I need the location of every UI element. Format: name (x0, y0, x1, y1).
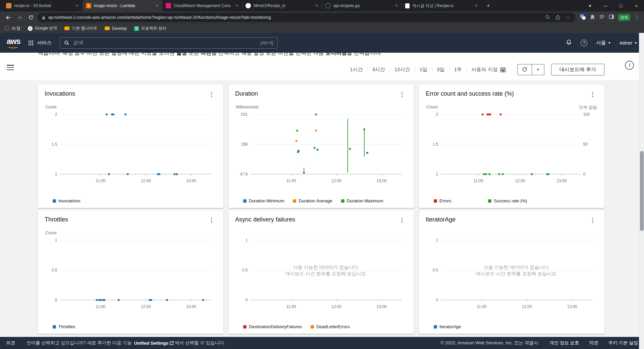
chart-legend: DestinationDeliveryFailuresDeadLetterErr… (235, 324, 407, 329)
browser-tab[interactable]: λimage-resize - Lambda× (83, 0, 162, 11)
legend-item[interactable]: Duration Minimum (243, 198, 284, 203)
svg-text:13:00: 13:00 (186, 304, 196, 309)
browser-menu-icon[interactable]: ⋮ (634, 14, 639, 20)
refresh-icon[interactable] (26, 13, 36, 22)
translate-icon[interactable]: G (580, 14, 586, 21)
tab-close-icon[interactable]: × (154, 3, 160, 8)
tab-close-icon[interactable]: × (474, 3, 479, 8)
unified-settings-link[interactable]: Unified Settings (134, 341, 169, 346)
notice-segment: 또는 (187, 53, 201, 56)
legend-item[interactable]: Success rate (%) (488, 198, 527, 203)
maximize-button[interactable]: □ (613, 0, 629, 11)
github-favicon (246, 3, 251, 8)
account-menu[interactable]: mirrer ▼ (620, 40, 637, 46)
time-range-button[interactable]: 12시간 (390, 66, 415, 73)
svg-text:100: 100 (583, 112, 590, 117)
chart-plot: 10.5011:0012:0013:00사용 가능한 데이터가 없습니다.대시보… (235, 237, 407, 310)
aws-logo[interactable]: aws (7, 37, 20, 49)
chart-plot: 21.5110050011:0012:0013:00 (426, 111, 598, 184)
custom-range-button[interactable]: 사용자 지정 (467, 66, 511, 73)
time-range-button[interactable]: 3일 (432, 66, 449, 73)
info-icon[interactable]: i (625, 61, 634, 70)
browser-tab[interactable]: recipe-io - S3 bucket× (3, 0, 83, 11)
share-icon[interactable] (554, 15, 561, 20)
minimize-button[interactable]: — (598, 0, 613, 11)
notice-segment: 택합니다. 특정 함수 버전 또는 별칭에 대한 지표를 보려면 (38, 53, 176, 56)
v-icon: V (134, 26, 139, 31)
footer-link[interactable]: 약관 (589, 340, 598, 346)
browser-tab[interactable]: CloudWatch Management Cons× (162, 0, 242, 11)
bookmark-item[interactable]: Develop (105, 26, 127, 31)
profile-badge[interactable]: 번역 (618, 14, 630, 21)
tab-close-icon[interactable]: × (314, 3, 319, 8)
side-panel-icon[interactable] (609, 14, 614, 21)
new-tab-button[interactable]: + (484, 1, 493, 10)
svg-text:11:00: 11:00 (286, 179, 296, 183)
footer-link[interactable]: 개인 정보 보호 (549, 340, 579, 346)
kebab-menu-icon[interactable]: ⋮ (206, 90, 217, 99)
services-menu[interactable]: 서비스 (28, 40, 52, 46)
notice-segment: 버전 (201, 53, 211, 56)
bookmark-item[interactable]: 기본 웹사이트 (64, 26, 97, 31)
legend-item[interactable]: Throttles (53, 324, 75, 329)
kebab-menu-icon[interactable]: ⋮ (397, 90, 407, 99)
kebab-menu-icon[interactable]: ⋮ (397, 216, 407, 225)
bookmark-label: 새 탭 (11, 26, 20, 31)
svg-text:12:00: 12:00 (515, 179, 525, 183)
y-axis-unit-label: Milliseconds (236, 105, 259, 110)
legend-item[interactable]: DeadLetterErrors (311, 324, 350, 329)
kebab-menu-icon[interactable]: ⋮ (587, 216, 598, 225)
legend-label: Duration Minimum (249, 198, 284, 203)
footer: 의견 언어를 선택하고 싶으십니까? 새로 추가된 다음 기능 Unified … (0, 337, 644, 349)
extensions-puzzle-icon[interactable] (590, 14, 595, 21)
legend-item[interactable]: Duration Maximum (341, 198, 383, 203)
tab-search-caret-icon[interactable]: ▾ (582, 0, 598, 11)
svg-text:13:00: 13:00 (186, 179, 196, 183)
add-to-dashboard-button[interactable]: 대시보드에 추가 (551, 64, 604, 76)
refresh-charts-icon[interactable] (518, 64, 532, 75)
bookmark-item[interactable]: V프로젝트 정리 (134, 26, 166, 31)
svg-text:13:00: 13:00 (377, 304, 387, 309)
legend-marker (53, 325, 56, 329)
legend-item[interactable]: Duration Average (293, 198, 332, 203)
legend-item[interactable]: DestinationDeliveryFailures (243, 324, 302, 329)
forward-icon[interactable] (15, 13, 24, 22)
tab-title: image-resize - Lambda (94, 3, 152, 8)
svg-text:1.5: 1.5 (52, 142, 57, 147)
region-selector[interactable]: 서울 ▼ (596, 40, 611, 46)
tab-close-icon[interactable]: × (394, 3, 399, 8)
help-icon[interactable]: ? (581, 40, 587, 46)
scrollbar-thumb[interactable] (640, 151, 644, 231)
close-button[interactable]: × (629, 0, 644, 11)
time-range-button[interactable]: 3시간 (368, 66, 390, 73)
zoom-icon[interactable] (544, 15, 551, 20)
bookmark-star-icon[interactable]: ☆ (564, 15, 572, 20)
time-range-button[interactable]: 1주 (449, 66, 466, 73)
reading-list-icon[interactable] (599, 14, 605, 21)
time-range-button[interactable]: 1일 (415, 66, 432, 73)
tab-close-icon[interactable]: × (74, 3, 80, 8)
browser-tab[interactable]: api.recipeio.ga× (322, 0, 402, 11)
time-range-button[interactable]: 1시간 (345, 66, 367, 73)
legend-item[interactable]: IteratorAge (434, 324, 461, 329)
url-bar[interactable]: ap-northeast-2.console.aws.amazon.com/la… (38, 13, 576, 22)
kebab-menu-icon[interactable]: ⋮ (206, 216, 217, 225)
browser-tab[interactable]: Mirrer1/Recipe_io× (242, 0, 322, 11)
footer-link[interactable]: 쿠키 기본 설정 (608, 340, 638, 346)
tab-close-icon[interactable]: × (234, 3, 239, 8)
notifications-bell-icon[interactable] (566, 39, 572, 46)
legend-item[interactable]: Invocations (53, 198, 80, 203)
scrollbar-track[interactable] (639, 33, 644, 349)
hamburger-menu-icon[interactable] (7, 65, 14, 70)
bookmark-item[interactable]: 새 탭 (5, 26, 20, 31)
kebab-menu-icon[interactable]: ⋮ (587, 90, 598, 99)
aws-search-input[interactable]: 검색 [Alt+S] (60, 37, 278, 49)
refresh-options-caret[interactable]: ▼ (532, 64, 544, 75)
back-icon[interactable] (3, 13, 13, 22)
apps-grid-icon (28, 40, 34, 46)
bookmark-item[interactable]: GGoogle 번역 (28, 26, 57, 31)
chart-title: Error count and success rate (%) (426, 90, 514, 97)
feedback-link[interactable]: 의견 (6, 340, 15, 346)
browser-tab[interactable]: 게시글 작성 | Recipe.io× (402, 0, 482, 11)
legend-item[interactable]: Errors (434, 198, 451, 203)
